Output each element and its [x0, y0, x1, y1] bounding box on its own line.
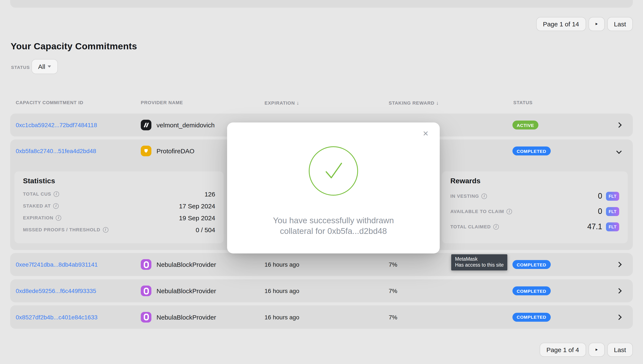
reward-label: AVAILABLE TO CLAIM	[450, 209, 504, 214]
close-icon[interactable]: ✕	[423, 130, 429, 137]
column-header-expiration-label: EXPIRATION	[264, 100, 295, 106]
reward-value: 0	[598, 192, 602, 200]
provider-name: NebulaBlockProvider	[156, 261, 216, 268]
sort-desc-icon: ↓	[296, 100, 300, 106]
provider-cell: NebulaBlockProvider	[141, 286, 216, 296]
stat-value: 126	[204, 190, 215, 198]
column-header-provider: PROVIDER NAME	[141, 100, 183, 105]
reward-label: TOTAL CLAIMED	[450, 224, 491, 229]
status-badge: ACTIVE	[512, 120, 538, 130]
info-icon[interactable]: i	[482, 193, 487, 199]
sail-glyph-icon	[143, 148, 149, 154]
info-icon[interactable]: i	[53, 203, 59, 208]
last-page-button[interactable]: Last	[607, 17, 633, 31]
provider-avatar-icon	[141, 259, 152, 270]
provider-avatar-icon	[141, 120, 152, 130]
page-indicator-button[interactable]: Page 1 of 14	[536, 17, 586, 31]
success-message-line2: collateral for 0xb5fa...d2bd48	[227, 226, 440, 236]
reward-row: TOTAL CLAIMEDi 47.1FLT	[450, 222, 619, 231]
stat-label: EXPIRATION	[23, 215, 53, 220]
page-indicator-button[interactable]: Page 1 of 4	[540, 343, 586, 357]
column-header-staking[interactable]: STAKING REWARD↓	[389, 100, 439, 106]
commitment-id-link[interactable]: 0xc1cba59242...72bdf7484118	[16, 122, 97, 128]
staking-reward-value: 7%	[389, 261, 397, 268]
stat-row: STAKED ATi 17 Sep 2024	[23, 202, 215, 209]
column-header-expiration[interactable]: EXPIRATION↓	[264, 100, 300, 106]
chevron-down-icon[interactable]	[616, 148, 622, 154]
provider-cell: ProtofireDAO	[141, 146, 194, 156]
chevron-right-icon[interactable]	[616, 314, 622, 320]
commitment-id-link[interactable]: 0xd8ede59256...f6c449f93335	[16, 288, 96, 294]
page-title: Your Capacity Commitments	[11, 41, 137, 52]
expiration-value: 16 hours ago	[264, 314, 299, 320]
provider-cell: velmont_demidovich	[141, 120, 215, 130]
stat-value: 0 / 504	[196, 226, 215, 233]
status-badge: COMPLETED	[512, 146, 550, 156]
table-row[interactable]: 0xee7f241dba...8db4ab931141 NebulaBlockP…	[10, 253, 633, 276]
table-row[interactable]: 0x8527df2b4b...c401e84c1633 NebulaBlockP…	[10, 305, 633, 329]
info-icon[interactable]: i	[507, 208, 512, 214]
flt-token-badge: FLT	[606, 192, 619, 200]
status-filter-value: All	[38, 63, 45, 70]
pagination-top: Page 1 of 14 ‣ Last	[536, 17, 633, 31]
table-row[interactable]: 0xd8ede59256...f6c449f93335 NebulaBlockP…	[10, 280, 633, 302]
commitment-id-link[interactable]: 0xb5fa8c2740...51fea4d2bd48	[16, 148, 96, 154]
chevron-right-icon[interactable]	[616, 262, 622, 267]
info-icon[interactable]: i	[493, 224, 499, 230]
info-icon[interactable]: i	[54, 191, 59, 197]
reward-label: IN VESTING	[450, 194, 479, 198]
rewards-panel: Rewards IN VESTINGi 0FLT AVAILABLE TO CL…	[442, 171, 628, 243]
column-header-status: STATUS	[513, 100, 533, 105]
success-modal: ✕ You have successfully withdrawn collat…	[227, 122, 440, 254]
provider-cell: NebulaBlockProvider	[141, 259, 216, 270]
provider-avatar-icon	[141, 312, 152, 322]
expiration-value: 16 hours ago	[264, 261, 299, 268]
chevron-right-icon[interactable]	[616, 288, 622, 294]
next-page-button[interactable]: ‣	[588, 17, 604, 31]
status-filter-label: STATUS	[11, 65, 30, 70]
reward-value: 0	[598, 207, 602, 216]
reward-row: AVAILABLE TO CLAIMi 0FLT	[450, 207, 619, 216]
next-page-icon: ‣	[594, 20, 598, 28]
metamask-tooltip: MetaMask Has access to this site	[451, 254, 508, 270]
status-filter-dropdown[interactable]: All	[32, 59, 58, 74]
chevron-right-icon[interactable]	[616, 122, 622, 128]
next-page-icon: ‣	[594, 346, 598, 354]
success-check-icon	[309, 146, 358, 196]
reward-value: 47.1	[587, 222, 602, 231]
stat-label: MISSED PROOFS / THRESHOLD	[23, 227, 100, 232]
status-badge: COMPLETED	[512, 260, 550, 269]
table-row-partial	[10, 0, 633, 8]
stat-row: EXPIRATIONi 19 Sep 2024	[23, 214, 215, 221]
statistics-title: Statistics	[23, 177, 215, 186]
staking-reward-value: 7%	[389, 288, 397, 294]
commitment-id-link[interactable]: 0x8527df2b4b...c401e84c1633	[16, 314, 98, 320]
chevron-down-icon	[48, 66, 51, 68]
next-page-button[interactable]: ‣	[588, 343, 604, 357]
stat-value: 19 Sep 2024	[179, 214, 215, 221]
flt-token-badge: FLT	[606, 207, 619, 216]
provider-name: NebulaBlockProvider	[156, 314, 216, 321]
stat-row: TOTAL CUSi 126	[23, 190, 215, 197]
column-header-staking-label: STAKING REWARD	[389, 100, 434, 106]
success-message: You have successfully withdrawn collater…	[227, 215, 440, 236]
last-page-button[interactable]: Last	[607, 343, 633, 357]
stat-row: MISSED PROOFS / THRESHOLDi 0 / 504	[23, 226, 215, 233]
sort-desc-icon: ↓	[436, 100, 439, 106]
stat-value: 17 Sep 2024	[179, 202, 215, 210]
metamask-tooltip-title: MetaMask	[455, 256, 504, 262]
info-icon[interactable]: i	[103, 227, 108, 232]
metamask-tooltip-subtitle: Has access to this site	[455, 262, 504, 268]
statistics-panel: Statistics TOTAL CUSi 126 STAKED ATi 17 …	[14, 171, 224, 243]
stat-label: TOTAL CUS	[23, 191, 51, 196]
commitment-id-link[interactable]: 0xee7f241dba...8db4ab931141	[16, 261, 98, 268]
stat-label: STAKED AT	[23, 203, 51, 208]
expiration-value: 16 hours ago	[264, 288, 299, 294]
provider-avatar-icon	[141, 286, 152, 296]
reward-row: IN VESTINGi 0FLT	[450, 191, 619, 201]
provider-name: ProtofireDAO	[156, 147, 194, 154]
success-message-line1: You have successfully withdrawn	[227, 215, 440, 226]
page: Page 1 of 14 ‣ Last Your Capacity Commit…	[0, 0, 643, 364]
provider-cell: NebulaBlockProvider	[141, 312, 216, 322]
info-icon[interactable]: i	[56, 215, 62, 220]
